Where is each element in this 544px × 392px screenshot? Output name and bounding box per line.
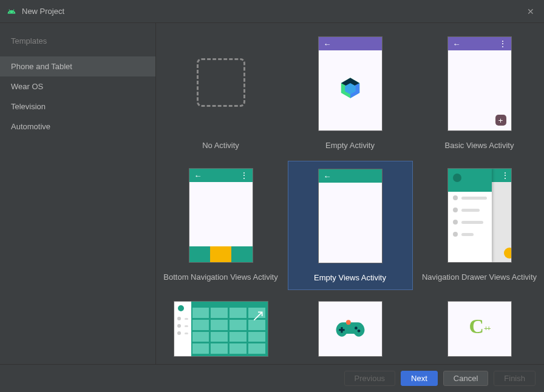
sidebar-item-automotive[interactable]: Automotive	[0, 117, 155, 137]
template-native-cpp[interactable]: C++	[417, 294, 542, 364]
back-arrow-icon: ←	[324, 172, 332, 181]
android-logo-icon	[7, 7, 16, 16]
svg-point-8	[357, 329, 360, 333]
template-game[interactable]	[288, 294, 413, 364]
more-icon: ⋮	[240, 171, 248, 180]
compose-logo-icon	[338, 76, 362, 100]
fab-icon	[504, 248, 512, 259]
template-basic-views[interactable]: ← ⋮ + Basic Views Activity	[417, 29, 542, 157]
template-label: Basic Views Activity	[445, 141, 514, 157]
template-label: No Activity	[202, 141, 239, 157]
bottom-nav-bar	[189, 246, 253, 262]
svg-point-4	[345, 320, 350, 325]
app-bar: ←	[319, 37, 382, 50]
close-icon[interactable]: ✕	[525, 7, 537, 16]
sidebar-header: Templates	[0, 36, 155, 56]
back-arrow-icon: ←	[194, 171, 202, 180]
window-title: New Project	[22, 7, 525, 16]
game-controller-icon	[335, 319, 365, 339]
template-empty-activity[interactable]: ← Empty Activity	[288, 29, 413, 157]
fab-icon: +	[495, 115, 506, 126]
template-thumbnail: ←	[318, 169, 382, 263]
cpp-icon: C++	[469, 315, 489, 338]
back-arrow-icon: ←	[453, 39, 461, 49]
template-thumbnail	[189, 36, 253, 131]
cancel-button[interactable]: Cancel	[443, 371, 488, 386]
svg-point-7	[355, 326, 358, 329]
finish-button: Finish	[494, 371, 536, 386]
template-category-sidebar: Templates Phone and Tablet Wear OS Telev…	[0, 23, 156, 364]
app-bar: ←	[319, 169, 382, 183]
back-arrow-icon: ←	[324, 39, 332, 49]
expand-arrow-icon	[252, 310, 264, 322]
template-label: Empty Views Activity	[314, 273, 386, 289]
template-thumbnail: ← ⋮ +	[447, 36, 512, 131]
previous-button: Previous	[344, 371, 396, 386]
sidebar-item-wear-os[interactable]: Wear OS	[0, 76, 155, 96]
template-no-activity[interactable]: No Activity	[158, 29, 284, 157]
content-area: Templates Phone and Tablet Wear OS Telev…	[0, 23, 544, 364]
app-bar: ← ⋮	[189, 169, 253, 182]
wizard-footer: Previous Next Cancel Finish	[0, 364, 544, 392]
template-thumbnail	[318, 301, 382, 357]
more-icon: ⋮	[501, 171, 509, 180]
template-responsive[interactable]	[158, 294, 284, 364]
more-icon: ⋮	[498, 39, 506, 49]
title-bar: New Project ✕	[0, 0, 544, 23]
dashed-box-icon	[197, 58, 245, 107]
nav-drawer	[448, 169, 492, 262]
template-label: Empty Activity	[325, 141, 375, 157]
template-bottom-nav[interactable]: ← ⋮ Bottom Navigation Views Activity	[158, 161, 284, 290]
svg-rect-6	[339, 329, 344, 331]
template-thumbnail: C++	[447, 301, 512, 357]
template-empty-views[interactable]: ← Empty Views Activity	[288, 161, 413, 290]
next-button[interactable]: Next	[401, 371, 438, 386]
avatar-icon	[453, 174, 461, 182]
template-label: Bottom Navigation Views Activity	[163, 272, 277, 289]
sidebar-item-phone-tablet[interactable]: Phone and Tablet	[0, 56, 155, 76]
template-thumbnail: ⋮	[447, 168, 512, 263]
template-label: Navigation Drawer Views Activity	[422, 272, 537, 289]
sidebar-item-television[interactable]: Television	[0, 96, 155, 117]
template-gallery: No Activity ← Empty Activity	[156, 23, 544, 364]
template-nav-drawer[interactable]: ⋮ Navigation Drawer Views Activity	[417, 161, 542, 290]
template-thumbnail	[174, 301, 268, 357]
template-thumbnail: ← ⋮	[189, 168, 253, 263]
app-bar: ← ⋮	[448, 37, 511, 50]
template-thumbnail: ←	[318, 36, 382, 131]
